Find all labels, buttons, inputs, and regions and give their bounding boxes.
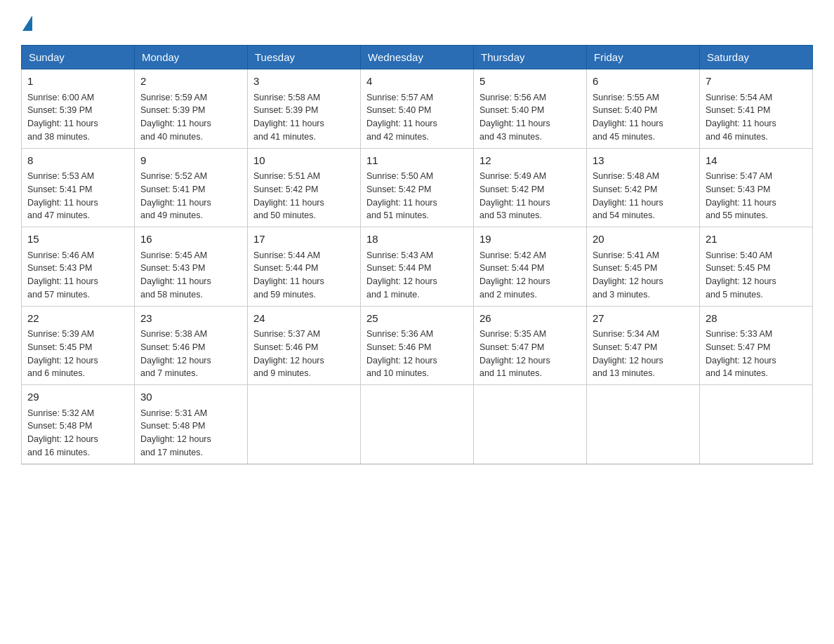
day-info: Sunrise: 5:33 AM Sunset: 5:47 PM Dayligh… [706, 328, 807, 380]
day-number: 15 [27, 232, 128, 248]
week-row-4: 22Sunrise: 5:39 AM Sunset: 5:45 PM Dayli… [22, 306, 813, 385]
day-number: 30 [140, 389, 241, 405]
week-row-2: 8Sunrise: 5:53 AM Sunset: 5:41 PM Daylig… [22, 148, 813, 227]
week-row-5: 29Sunrise: 5:32 AM Sunset: 5:48 PM Dayli… [22, 385, 813, 464]
calendar-header-row: SundayMondayTuesdayWednesdayThursdayFrid… [22, 46, 813, 69]
day-info: Sunrise: 5:52 AM Sunset: 5:41 PM Dayligh… [140, 170, 241, 222]
day-cell: 13Sunrise: 5:48 AM Sunset: 5:42 PM Dayli… [587, 148, 700, 227]
week-row-1: 1Sunrise: 6:00 AM Sunset: 5:39 PM Daylig… [22, 69, 813, 149]
day-number: 17 [253, 232, 355, 248]
day-cell: 28Sunrise: 5:33 AM Sunset: 5:47 PM Dayli… [700, 306, 813, 385]
day-number: 14 [706, 153, 807, 169]
day-number: 21 [706, 232, 807, 248]
day-cell [248, 385, 361, 464]
day-number: 10 [253, 153, 355, 169]
day-info: Sunrise: 5:49 AM Sunset: 5:42 PM Dayligh… [479, 170, 581, 222]
day-info: Sunrise: 5:32 AM Sunset: 5:48 PM Dayligh… [27, 407, 128, 459]
day-number: 20 [593, 232, 694, 248]
col-header-monday: Monday [135, 46, 248, 69]
calendar-table: SundayMondayTuesdayWednesdayThursdayFrid… [21, 45, 813, 464]
day-number: 3 [253, 74, 355, 90]
day-cell: 9Sunrise: 5:52 AM Sunset: 5:41 PM Daylig… [135, 148, 248, 227]
day-cell [361, 385, 474, 464]
day-info: Sunrise: 5:37 AM Sunset: 5:46 PM Dayligh… [253, 328, 355, 380]
day-number: 23 [140, 311, 241, 327]
day-cell [587, 385, 700, 464]
day-cell: 7Sunrise: 5:54 AM Sunset: 5:41 PM Daylig… [700, 69, 813, 149]
day-cell: 15Sunrise: 5:46 AM Sunset: 5:43 PM Dayli… [22, 227, 135, 307]
day-info: Sunrise: 5:59 AM Sunset: 5:39 PM Dayligh… [140, 91, 241, 144]
day-info: Sunrise: 5:56 AM Sunset: 5:40 PM Dayligh… [479, 91, 581, 144]
day-cell: 6Sunrise: 5:55 AM Sunset: 5:40 PM Daylig… [587, 69, 700, 149]
day-number: 28 [706, 311, 807, 327]
day-info: Sunrise: 5:39 AM Sunset: 5:45 PM Dayligh… [27, 328, 128, 380]
day-number: 26 [479, 311, 581, 327]
day-info: Sunrise: 5:44 AM Sunset: 5:44 PM Dayligh… [253, 249, 355, 302]
day-number: 18 [366, 232, 468, 248]
day-cell: 12Sunrise: 5:49 AM Sunset: 5:42 PM Dayli… [474, 148, 587, 227]
col-header-sunday: Sunday [22, 46, 135, 69]
day-info: Sunrise: 5:48 AM Sunset: 5:42 PM Dayligh… [593, 170, 694, 222]
day-info: Sunrise: 5:57 AM Sunset: 5:40 PM Dayligh… [366, 91, 468, 144]
logo [21, 14, 32, 31]
day-info: Sunrise: 6:00 AM Sunset: 5:39 PM Dayligh… [27, 91, 128, 144]
day-info: Sunrise: 5:58 AM Sunset: 5:39 PM Dayligh… [253, 91, 355, 144]
day-info: Sunrise: 5:31 AM Sunset: 5:48 PM Dayligh… [140, 407, 241, 459]
col-header-tuesday: Tuesday [248, 46, 361, 69]
day-info: Sunrise: 5:51 AM Sunset: 5:42 PM Dayligh… [253, 170, 355, 222]
day-cell: 18Sunrise: 5:43 AM Sunset: 5:44 PM Dayli… [361, 227, 474, 307]
day-cell: 29Sunrise: 5:32 AM Sunset: 5:48 PM Dayli… [22, 385, 135, 464]
day-info: Sunrise: 5:41 AM Sunset: 5:45 PM Dayligh… [593, 249, 694, 302]
day-cell: 22Sunrise: 5:39 AM Sunset: 5:45 PM Dayli… [22, 306, 135, 385]
day-cell: 30Sunrise: 5:31 AM Sunset: 5:48 PM Dayli… [135, 385, 248, 464]
day-cell: 21Sunrise: 5:40 AM Sunset: 5:45 PM Dayli… [700, 227, 813, 307]
day-info: Sunrise: 5:40 AM Sunset: 5:45 PM Dayligh… [706, 249, 807, 302]
day-info: Sunrise: 5:54 AM Sunset: 5:41 PM Dayligh… [706, 91, 807, 144]
day-cell: 1Sunrise: 6:00 AM Sunset: 5:39 PM Daylig… [22, 69, 135, 149]
day-number: 13 [593, 153, 694, 169]
day-info: Sunrise: 5:50 AM Sunset: 5:42 PM Dayligh… [366, 170, 468, 222]
col-header-saturday: Saturday [700, 46, 813, 69]
day-info: Sunrise: 5:47 AM Sunset: 5:43 PM Dayligh… [706, 170, 807, 222]
day-number: 5 [479, 74, 581, 90]
day-cell: 24Sunrise: 5:37 AM Sunset: 5:46 PM Dayli… [248, 306, 361, 385]
day-cell: 17Sunrise: 5:44 AM Sunset: 5:44 PM Dayli… [248, 227, 361, 307]
day-cell: 11Sunrise: 5:50 AM Sunset: 5:42 PM Dayli… [361, 148, 474, 227]
day-number: 16 [140, 232, 241, 248]
day-number: 27 [593, 311, 694, 327]
day-info: Sunrise: 5:45 AM Sunset: 5:43 PM Dayligh… [140, 249, 241, 302]
day-number: 7 [706, 74, 807, 90]
day-cell: 10Sunrise: 5:51 AM Sunset: 5:42 PM Dayli… [248, 148, 361, 227]
day-number: 24 [253, 311, 355, 327]
day-info: Sunrise: 5:53 AM Sunset: 5:41 PM Dayligh… [27, 170, 128, 222]
day-cell: 26Sunrise: 5:35 AM Sunset: 5:47 PM Dayli… [474, 306, 587, 385]
week-row-3: 15Sunrise: 5:46 AM Sunset: 5:43 PM Dayli… [22, 227, 813, 307]
day-cell: 27Sunrise: 5:34 AM Sunset: 5:47 PM Dayli… [587, 306, 700, 385]
day-cell: 23Sunrise: 5:38 AM Sunset: 5:46 PM Dayli… [135, 306, 248, 385]
col-header-wednesday: Wednesday [361, 46, 474, 69]
day-info: Sunrise: 5:36 AM Sunset: 5:46 PM Dayligh… [366, 328, 468, 380]
day-cell: 8Sunrise: 5:53 AM Sunset: 5:41 PM Daylig… [22, 148, 135, 227]
day-number: 1 [27, 74, 128, 90]
logo-triangle-icon [22, 15, 32, 31]
day-number: 25 [366, 311, 468, 327]
day-number: 8 [27, 153, 128, 169]
day-number: 19 [479, 232, 581, 248]
day-cell: 14Sunrise: 5:47 AM Sunset: 5:43 PM Dayli… [700, 148, 813, 227]
day-number: 22 [27, 311, 128, 327]
day-info: Sunrise: 5:35 AM Sunset: 5:47 PM Dayligh… [479, 328, 581, 380]
day-info: Sunrise: 5:46 AM Sunset: 5:43 PM Dayligh… [27, 249, 128, 302]
day-cell: 19Sunrise: 5:42 AM Sunset: 5:44 PM Dayli… [474, 227, 587, 307]
day-number: 2 [140, 74, 241, 90]
day-cell: 16Sunrise: 5:45 AM Sunset: 5:43 PM Dayli… [135, 227, 248, 307]
day-info: Sunrise: 5:43 AM Sunset: 5:44 PM Dayligh… [366, 249, 468, 302]
day-cell: 20Sunrise: 5:41 AM Sunset: 5:45 PM Dayli… [587, 227, 700, 307]
day-cell: 3Sunrise: 5:58 AM Sunset: 5:39 PM Daylig… [248, 69, 361, 149]
day-cell: 4Sunrise: 5:57 AM Sunset: 5:40 PM Daylig… [361, 69, 474, 149]
day-cell: 5Sunrise: 5:56 AM Sunset: 5:40 PM Daylig… [474, 69, 587, 149]
day-cell [474, 385, 587, 464]
page-header [21, 14, 813, 31]
day-number: 6 [593, 74, 694, 90]
day-info: Sunrise: 5:55 AM Sunset: 5:40 PM Dayligh… [593, 91, 694, 144]
col-header-friday: Friday [587, 46, 700, 69]
